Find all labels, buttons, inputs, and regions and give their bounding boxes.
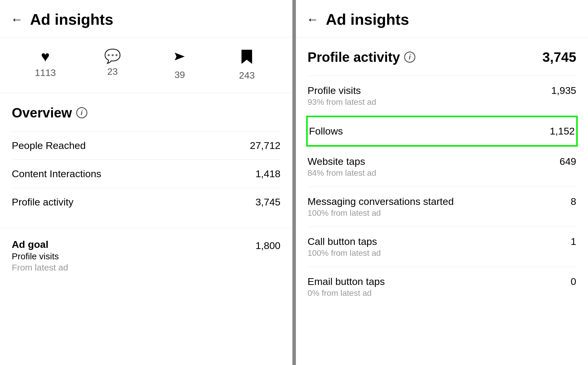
website-taps-value: 649 [559,156,576,167]
saves-value: 243 [239,70,255,81]
profile-visits-row: Profile visits 93% from latest ad 1,935 [308,76,577,116]
stats-row: ♥ 1113 💬 23 39 243 [0,37,292,93]
email-button-sub: 0% from latest ad [308,288,385,298]
content-interactions-label: Content Interactions [12,168,101,180]
profile-visits-sub: 93% from latest ad [308,97,376,107]
follows-row: Follows 1,152 [309,117,575,145]
heart-icon: ♥ [41,49,50,64]
profile-visits-label: Profile visits [308,85,376,96]
share-icon [172,49,187,66]
profile-visits-value: 1,935 [551,85,576,96]
profile-activity-rows: Profile visits 93% from latest ad 1,935 … [296,76,588,307]
follows-highlight-box: Follows 1,152 [306,116,578,147]
website-taps-label: Website taps [308,156,376,167]
call-button-sub: 100% from latest ad [308,248,381,258]
content-interactions-value: 1,418 [255,168,280,180]
bookmark-icon [240,49,253,67]
left-header: ← Ad insights [0,0,292,37]
messaging-row: Messaging conversations started 100% fro… [308,187,577,227]
ad-goal-value: 1,800 [255,240,280,251]
messaging-sub: 100% from latest ad [308,208,454,218]
right-page-title: Ad insights [326,11,409,28]
overview-section: Overview i People Reached 27,712 Content… [0,93,292,228]
ad-goal-from: From latest ad [12,263,68,273]
profile-activity-title: Profile activity [308,49,400,65]
overview-row-profile: Profile activity 3,745 [12,188,281,216]
profile-activity-section: Profile activity i 3,745 [296,37,588,65]
comments-stat: 💬 23 [79,49,146,81]
call-button-value: 1 [571,236,576,247]
overview-row-interactions: Content Interactions 1,418 [12,160,281,188]
saves-stat: 243 [213,49,280,81]
right-panel: ← Ad insights Profile activity i 3,745 P… [296,0,588,365]
svg-marker-0 [175,53,185,60]
follows-label: Follows [309,125,343,137]
ad-goal-left: Ad goal Profile visits From latest ad [12,239,68,273]
email-button-row: Email button taps 0% from latest ad 0 [308,267,577,307]
profile-activity-label: Profile activity [12,196,74,208]
likes-stat: ♥ 1113 [12,49,79,81]
profile-activity-total: 3,745 [542,49,576,65]
right-header: ← Ad insights [296,0,588,37]
panel-divider [292,0,296,365]
overview-info-icon[interactable]: i [76,107,87,118]
profile-activity-info-icon[interactable]: i [404,52,415,63]
comment-icon: 💬 [104,49,121,63]
follows-value: 1,152 [550,125,575,137]
left-panel: ← Ad insights ♥ 1113 💬 23 39 [0,0,292,365]
messaging-label: Messaging conversations started [308,196,454,207]
ad-goal-row: Ad goal Profile visits From latest ad 1,… [12,239,281,273]
right-back-button[interactable]: ← [307,13,319,26]
ad-goal-title: Ad goal [12,239,68,250]
overview-title: Overview [12,105,72,121]
people-reached-label: People Reached [12,140,86,151]
left-page-title: Ad insights [30,11,113,28]
left-back-button[interactable]: ← [11,13,23,26]
overview-row-reached: People Reached 27,712 [12,131,281,160]
call-button-row: Call button taps 100% from latest ad 1 [308,227,577,267]
website-taps-sub: 84% from latest ad [308,168,376,178]
people-reached-value: 27,712 [250,140,281,151]
website-taps-row: Website taps 84% from latest ad 649 [308,147,577,187]
ad-goal-section: Ad goal Profile visits From latest ad 1,… [0,228,292,283]
overview-header: Overview i [12,105,281,121]
profile-activity-value: 3,745 [255,196,280,208]
comments-value: 23 [107,66,118,77]
shares-value: 39 [174,69,185,80]
ad-goal-subtitle: Profile visits [12,251,68,261]
profile-activity-header: Profile activity i 3,745 [308,49,577,65]
email-button-label: Email button taps [308,276,385,287]
messaging-value: 8 [571,196,576,207]
call-button-label: Call button taps [308,236,381,247]
email-button-value: 0 [571,276,576,287]
likes-value: 1113 [35,67,56,78]
shares-stat: 39 [146,49,213,81]
